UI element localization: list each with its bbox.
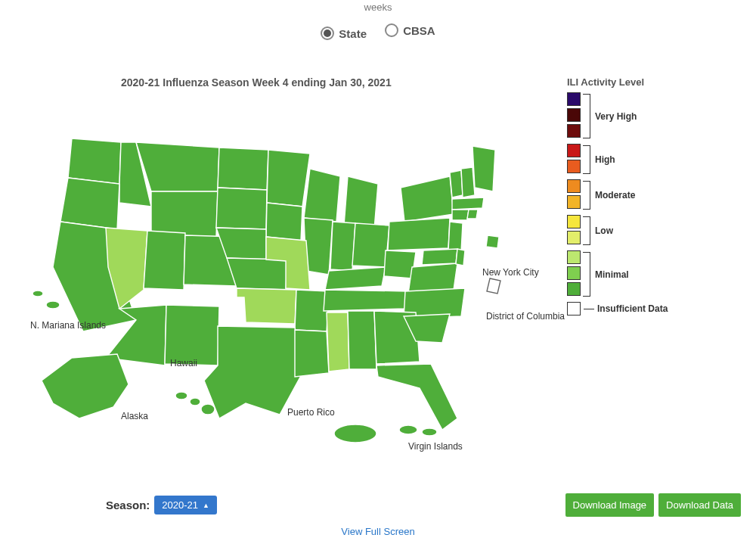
- state-nj[interactable]: [448, 222, 463, 252]
- view-full-screen-link[interactable]: View Full Screen: [341, 526, 414, 537]
- season-select[interactable]: 2020-21 ▲: [154, 496, 217, 514]
- season-value: 2020-21: [162, 499, 198, 511]
- radio-circle-icon: [385, 23, 398, 37]
- state-mi[interactable]: [344, 176, 378, 229]
- state-mt[interactable]: [136, 142, 219, 191]
- state-tx[interactable]: [204, 326, 302, 418]
- state-ok[interactable]: [237, 288, 296, 324]
- state-hi-1[interactable]: [175, 392, 187, 399]
- legend-group-label: Minimal: [595, 269, 629, 280]
- state-ia[interactable]: [266, 203, 302, 241]
- legend-group-label: Low: [595, 225, 613, 236]
- bracket-icon: [583, 181, 590, 210]
- bracket-icon: [583, 216, 590, 245]
- radio-dot-icon: [321, 26, 334, 40]
- label-nmi: N. Mariana Islands: [30, 320, 106, 331]
- territory-nmi-1[interactable]: [33, 291, 43, 297]
- radio-state[interactable]: State: [321, 26, 367, 40]
- territory-vi-1[interactable]: [399, 425, 417, 434]
- state-wi[interactable]: [304, 169, 340, 222]
- radio-cbsa-label: CBSA: [403, 24, 435, 37]
- label-alaska: Alaska: [121, 411, 148, 421]
- state-nd[interactable]: [218, 148, 268, 190]
- swatch-icon: [567, 108, 581, 122]
- state-fl[interactable]: [376, 364, 457, 430]
- state-in[interactable]: [330, 222, 355, 271]
- territory-vi-2[interactable]: [422, 428, 437, 436]
- legend-group: Low: [567, 215, 668, 247]
- state-la[interactable]: [295, 330, 329, 377]
- swatch-icon: [567, 144, 581, 157]
- legend-group: Minimal: [567, 250, 668, 298]
- swatch-insufficient: [567, 302, 581, 316]
- label-dc: District of Columbia: [486, 311, 565, 322]
- truncated-header-label: weeks: [0, 0, 756, 13]
- state-de[interactable]: [456, 249, 465, 266]
- state-pa[interactable]: [388, 218, 450, 250]
- geography-radio-group: State CBSA: [0, 23, 756, 40]
- state-vt[interactable]: [450, 170, 463, 197]
- inset-dc[interactable]: [487, 278, 500, 294]
- label-vi: Virgin Islands: [408, 441, 463, 452]
- state-ut[interactable]: [144, 231, 185, 290]
- state-wy[interactable]: [151, 191, 218, 237]
- territory-nmi-2[interactable]: [46, 301, 60, 309]
- state-ma[interactable]: [452, 197, 484, 210]
- label-pr: Puerto Rico: [287, 407, 335, 418]
- map-title: 2020-21 Influenza Season Week 4 ending J…: [121, 76, 392, 89]
- state-tn[interactable]: [324, 290, 408, 311]
- swatch-icon: [567, 266, 581, 280]
- label-hawaii: Hawaii: [170, 358, 197, 368]
- swatch-icon: [567, 195, 581, 209]
- state-nm[interactable]: [165, 305, 219, 365]
- legend-group: High: [567, 144, 668, 176]
- state-ky[interactable]: [325, 267, 386, 290]
- state-ak[interactable]: [42, 354, 129, 418]
- swatch-icon: [567, 160, 581, 173]
- radio-state-label: State: [339, 27, 367, 40]
- legend: ILI Activity Level Very HighHighModerate…: [567, 76, 668, 319]
- legend-group-label: Very High: [595, 111, 637, 122]
- swatch-icon: [567, 250, 581, 264]
- legend-group-label: High: [595, 154, 615, 165]
- state-md[interactable]: [422, 249, 457, 265]
- us-map[interactable]: [30, 116, 544, 456]
- bottom-bar: Season: 2020-21 ▲ Download Image Downloa…: [0, 493, 756, 517]
- state-mn[interactable]: [267, 150, 310, 207]
- state-hi-2[interactable]: [190, 398, 200, 406]
- state-wa[interactable]: [68, 138, 121, 184]
- inset-nyc[interactable]: [486, 235, 499, 248]
- swatch-icon: [567, 179, 581, 193]
- legend-insufficient: Insufficient Data: [567, 302, 668, 316]
- download-image-button[interactable]: Download Image: [565, 493, 655, 517]
- state-oh[interactable]: [352, 223, 389, 267]
- bracket-icon: [583, 145, 590, 174]
- label-nyc: New York City: [482, 267, 539, 278]
- state-al[interactable]: [348, 311, 376, 369]
- bracket-icon: [583, 252, 590, 297]
- view-full-screen-row: View Full Screen: [0, 524, 756, 538]
- season-label: Season:: [106, 499, 150, 511]
- download-data-button[interactable]: Download Data: [658, 493, 741, 517]
- legend-title: ILI Activity Level: [567, 76, 668, 88]
- legend-dash-icon: [584, 309, 594, 309]
- bracket-icon: [583, 94, 590, 138]
- state-or[interactable]: [60, 178, 119, 229]
- state-nh[interactable]: [461, 167, 475, 197]
- state-me[interactable]: [472, 146, 495, 191]
- state-sd[interactable]: [216, 188, 267, 229]
- state-ny[interactable]: [401, 176, 454, 222]
- swatch-icon: [567, 215, 581, 228]
- territory-pr[interactable]: [334, 424, 376, 443]
- state-ct[interactable]: [452, 210, 469, 220]
- state-ri[interactable]: [467, 210, 478, 219]
- swatch-icon: [567, 231, 581, 244]
- legend-group: Moderate: [567, 179, 668, 211]
- state-hi-3[interactable]: [201, 404, 215, 415]
- state-ks[interactable]: [227, 258, 287, 290]
- legend-insufficient-label: Insufficient Data: [597, 303, 668, 314]
- radio-cbsa[interactable]: CBSA: [385, 23, 435, 37]
- state-ms[interactable]: [327, 312, 349, 371]
- swatch-icon: [567, 92, 581, 106]
- main-area: 2020-21 Influenza Season Week 4 ending J…: [0, 70, 756, 456]
